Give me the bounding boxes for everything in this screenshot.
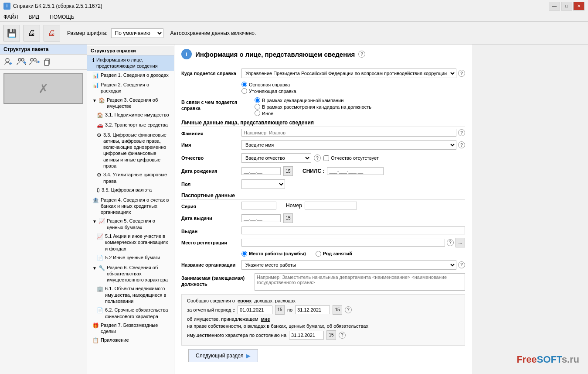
registration-input[interactable]	[241, 239, 445, 247]
tree-item-section1[interactable]: 📊 Раздел 1. Сведения о доходах	[87, 71, 174, 81]
copy-button[interactable]	[42, 56, 53, 68]
tree-item-section5-1[interactable]: 📈 5.1 Акции и иное участие в коммерчески…	[87, 232, 174, 253]
tree-item-section3-3[interactable]: ⚙ 3.3. Цифровые финансовые активы, цифро…	[87, 130, 174, 171]
birthdate-label: Дата рождения	[181, 166, 238, 174]
save-button[interactable]: 💾	[3, 25, 20, 41]
content-area: i Информация о лице, представляющем свед…	[174, 45, 472, 374]
section-title: Информация о лице, представляющем сведен…	[195, 51, 355, 58]
no-middlename-checkbox[interactable]: Отчество отсутствует	[323, 155, 379, 161]
period-as-help[interactable]: ?	[339, 332, 346, 339]
middlename-input[interactable]: Введите отчество	[241, 153, 311, 163]
tree-item-section3-5[interactable]: ₿ 3.5. Цифровая валюта	[87, 185, 174, 196]
period-from-calendar[interactable]: 15	[275, 305, 285, 315]
period-line5: имущественного характера по состоянию на…	[187, 330, 459, 340]
org-name-select[interactable]: Укажите место работы	[241, 260, 456, 270]
middlename-help-icon[interactable]: ?	[314, 154, 321, 161]
birthdate-calendar-btn[interactable]: 15	[283, 166, 293, 176]
period-as-input[interactable]	[289, 331, 324, 340]
middlename-row: Отчество Введите отчество ? Отчество отс…	[181, 153, 465, 163]
tree-item-section7[interactable]: 🎁 Раздел 7. Безвозмездные сделки	[87, 321, 174, 336]
snils-input[interactable]	[327, 167, 384, 175]
where-select[interactable]: Управление Президента Российской Федерац…	[241, 69, 456, 78]
period-to-input[interactable]	[295, 305, 330, 314]
gender-select[interactable]: Мужской Женский	[241, 179, 285, 189]
period-as-calendar[interactable]: 15	[326, 330, 336, 340]
report-type-group: Основная справка Уточняющая справка	[241, 82, 296, 94]
snils-label: СНИЛС :	[302, 168, 324, 174]
menu-file[interactable]: ФАЙЛ	[2, 13, 20, 21]
menu-view[interactable]: ВИД	[27, 13, 41, 21]
avatar-placeholder: ✗	[3, 73, 83, 104]
section-help-icon[interactable]: ?	[358, 51, 365, 58]
next-section-button[interactable]: Следующий раздел ▶	[188, 349, 258, 362]
svg-point-7	[31, 58, 33, 61]
period-line3: об имуществе, принадлежащем мне	[187, 316, 459, 322]
section-icon: i	[181, 49, 192, 59]
why-group: В рамках декларационной кампании В рамка…	[255, 97, 371, 116]
tree-item-section3-2[interactable]: 🚗 3.2. Транспортные средства	[87, 120, 174, 130]
radio-occupation[interactable]: Род занятий	[316, 251, 352, 257]
radio-clarifying[interactable]: Уточняющая справка	[241, 88, 296, 94]
menu-help[interactable]: ПОМОЩЬ	[48, 13, 76, 21]
tree-item-section5-2[interactable]: 📄 5.2 Иные ценные бумаги	[87, 253, 174, 263]
lastname-input[interactable]	[241, 129, 456, 137]
add-child-button[interactable]	[29, 56, 40, 68]
issue-date-calendar-btn[interactable]: 15	[283, 213, 293, 223]
tree-item-section5[interactable]: ▼ 📈 Раздел 5. Сведения о ценных бумагах	[87, 216, 174, 232]
period-line4: на праве собственности, о вкладах в банк…	[187, 323, 459, 329]
tree-item-section6[interactable]: ▼ 🔧 Раздел 6. Сведения об обязательствах…	[87, 263, 174, 285]
where-input-group: Управление Президента Российской Федерац…	[241, 69, 465, 78]
period-from-input[interactable]	[238, 305, 272, 314]
period-help-icon[interactable]: ?	[345, 306, 352, 313]
where-control: Управление Президента Российской Федерац…	[241, 69, 465, 78]
tree-item-appendix[interactable]: 📋 Приложение	[87, 336, 174, 346]
issued-by-input[interactable]	[241, 226, 465, 234]
toolbar: 💾 🖨 🖨 Размер шрифта: По умолчанию Малень…	[0, 22, 588, 45]
window-controls[interactable]: — □ ✕	[549, 2, 585, 10]
passport-series-row: Серия Номер	[181, 202, 465, 209]
org-name-help[interactable]: ?	[458, 261, 465, 268]
svg-point-4	[21, 58, 24, 61]
passport-series-input[interactable]	[241, 202, 276, 209]
lastname-help-icon[interactable]: ?	[458, 129, 465, 136]
right-area: Структура справки ℹ Информация о лице, п…	[87, 45, 472, 374]
add-family-button[interactable]	[16, 56, 27, 68]
tree-item-section4[interactable]: 🏦 Раздел 4. Сведения о счетах в банках и…	[87, 196, 174, 217]
print-red-button[interactable]: 🖨	[44, 25, 60, 41]
issued-by-label: Выдан	[181, 226, 238, 234]
print-button[interactable]: 🖨	[24, 25, 40, 41]
section-header: i Информация о лице, представляющем свед…	[174, 45, 472, 64]
tree-item-section6-1[interactable]: 🏢 6.1. Объекты недвижимого имущества, на…	[87, 284, 174, 305]
issue-date-input[interactable]	[241, 214, 281, 222]
registration-label: Место регистрации	[181, 238, 238, 246]
firstname-input[interactable]: Введите имя	[241, 140, 456, 150]
radio-basic[interactable]: Основная справка	[241, 82, 296, 87]
registration-dots-button[interactable]: ...	[455, 238, 465, 247]
registration-help-icon[interactable]: ?	[447, 239, 454, 246]
app-icon: i	[3, 3, 10, 10]
radio-declaration[interactable]: В рамках декларационной кампании	[255, 97, 371, 103]
maximize-button[interactable]: □	[561, 2, 572, 10]
where-help-icon[interactable]: ?	[458, 70, 465, 77]
tree-item-section3-4[interactable]: ⚙ 3.4. Утилитарные цифровые права	[87, 170, 174, 185]
firstname-help-icon[interactable]: ?	[458, 141, 465, 148]
middlename-label: Отчество	[181, 153, 238, 161]
period-to-calendar[interactable]: 15	[333, 305, 342, 315]
font-size-select[interactable]: По умолчанию Маленький Средний Крупный	[111, 28, 163, 38]
radio-other[interactable]: Иное	[255, 110, 371, 116]
minimize-button[interactable]: —	[549, 2, 560, 10]
birthdate-input[interactable]	[241, 167, 281, 175]
gender-row: Пол Мужской Женский	[181, 179, 465, 189]
tree-item-section3[interactable]: ▼ 🏠 Раздел 3. Сведения об имуществе	[87, 96, 174, 111]
radio-candidate[interactable]: В рамках рассмотрения кандидата на должн…	[255, 104, 371, 110]
position-textarea[interactable]	[255, 273, 465, 291]
close-button[interactable]: ✕	[573, 2, 585, 10]
tree-item-section6-2[interactable]: 📄 6.2. Срочные обязательства финансового…	[87, 305, 174, 321]
add-person-button[interactable]	[3, 56, 14, 68]
tree-item-info[interactable]: ℹ Информация о лице, представляющем свед…	[87, 55, 174, 71]
tree-item-section3-1[interactable]: 🏠 3.1. Недвижимое имущество	[87, 110, 174, 120]
passport-number-input[interactable]	[305, 202, 357, 209]
tree-item-section2[interactable]: 📊 Раздел 2. Сведения о расходах	[87, 80, 174, 96]
radio-workplace[interactable]: Место работы (службы)	[241, 251, 306, 257]
next-arrow-icon: ▶	[246, 352, 251, 359]
